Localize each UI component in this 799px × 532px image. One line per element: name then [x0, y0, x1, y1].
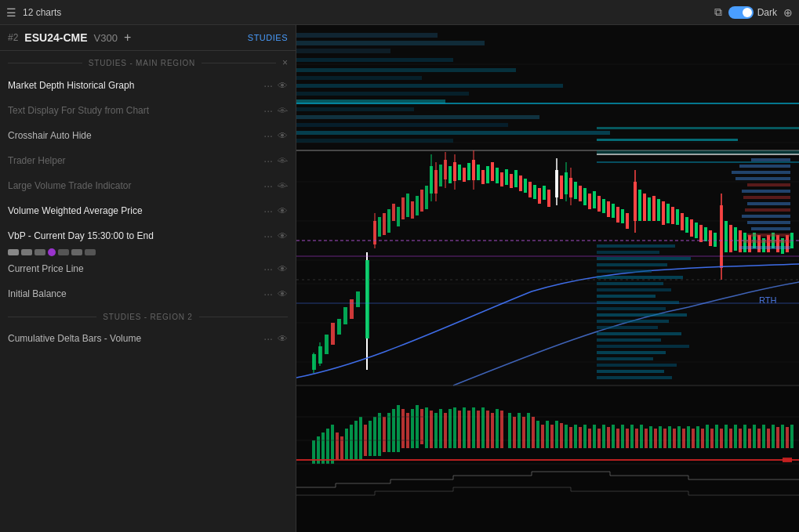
svg-rect-217: [569, 427, 572, 448]
toggle-switch[interactable]: [728, 6, 754, 19]
section-line-left: [8, 63, 82, 63]
vbp-dot-6: [71, 249, 82, 255]
study-eye-vwap[interactable]: 👁: [278, 205, 288, 217]
svg-rect-204: [508, 413, 511, 448]
svg-rect-124: [729, 225, 732, 252]
study-eye-cumulative-delta[interactable]: 👁: [278, 333, 288, 345]
main-layout: #2 ESU24-CME V300 + STUDIES STUDIES - MA…: [0, 25, 799, 532]
svg-rect-205: [513, 417, 516, 448]
study-eye-large-volume[interactable]: 👁: [278, 180, 288, 192]
add-study-button[interactable]: +: [124, 31, 131, 44]
svg-rect-38: [365, 260, 369, 338]
svg-rect-81: [543, 186, 546, 200]
study-options-vwap[interactable]: ···: [263, 204, 273, 217]
copy-icon[interactable]: ⧉: [714, 5, 722, 19]
chart-symbol[interactable]: ESU24-CME: [24, 31, 87, 44]
svg-rect-222: [593, 425, 596, 448]
study-item-crosshair[interactable]: Crosshair Auto Hide ··· 👁: [0, 123, 296, 148]
vbp-dot-3: [35, 249, 45, 255]
svg-rect-146: [742, 190, 790, 193]
svg-rect-175: [392, 409, 395, 452]
study-eye-trader-helper[interactable]: 👁: [278, 155, 288, 167]
svg-rect-288: [597, 370, 664, 373]
svg-rect-198: [477, 411, 480, 448]
dark-mode-toggle[interactable]: Dark: [728, 6, 777, 19]
svg-rect-243: [692, 429, 695, 448]
svg-rect-226: [612, 425, 615, 448]
study-eye-vbp[interactable]: 👁: [278, 230, 288, 242]
svg-rect-90: [574, 182, 577, 199]
study-name-cumulative-delta: Cumulative Delta Bars - Volume: [8, 333, 263, 344]
svg-rect-189: [434, 413, 438, 448]
svg-rect-94: [593, 191, 596, 208]
svg-rect-187: [425, 407, 428, 448]
study-item-vwap[interactable]: Volume Weighted Average Price ··· 👁: [0, 198, 296, 223]
study-eye-text-display[interactable]: 👁: [278, 105, 288, 117]
pin-icon[interactable]: ⊕: [783, 6, 793, 19]
svg-rect-181: [420, 409, 423, 444]
study-item-trader-helper[interactable]: Trader Helper ··· 👁: [0, 148, 296, 173]
study-options-vbp[interactable]: ···: [263, 230, 273, 242]
study-item-vbp-container: VbP - Current Day 15:30:00 to End ··· 👁: [0, 223, 296, 256]
svg-rect-16: [296, 76, 422, 80]
study-item-initial-balance[interactable]: Initial Balance ··· 👁: [0, 281, 296, 306]
study-name-current-price: Current Price Line: [8, 263, 263, 274]
vbp-dot-5: [58, 249, 69, 255]
study-options-large-volume[interactable]: ···: [263, 179, 273, 192]
svg-rect-256: [753, 425, 756, 448]
svg-rect-284: [597, 345, 689, 348]
svg-rect-278: [597, 307, 666, 310]
study-item-large-volume[interactable]: Large Volume Trade Indicator ··· 👁: [0, 173, 296, 198]
study-options-cumulative-delta[interactable]: ···: [263, 332, 273, 345]
study-options-market-depth[interactable]: ···: [263, 79, 273, 92]
svg-rect-119: [709, 230, 712, 246]
study-item-current-price[interactable]: Current Price Line ··· 👁: [0, 256, 296, 281]
svg-rect-289: [597, 376, 672, 379]
svg-rect-35: [350, 299, 354, 319]
svg-rect-115: [690, 219, 693, 237]
hamburger-icon[interactable]: ☰: [6, 6, 16, 19]
study-options-current-price[interactable]: ···: [263, 262, 273, 275]
svg-rect-148: [747, 202, 790, 205]
study-item-vbp[interactable]: VbP - Current Day 15:30:00 to End ··· 👁: [0, 223, 296, 248]
svg-rect-150: [742, 215, 790, 218]
study-name-trader-helper: Trader Helper: [8, 155, 263, 166]
study-options-trader-helper[interactable]: ···: [263, 154, 273, 167]
study-name-initial-balance: Initial Balance: [8, 288, 263, 299]
study-item-cumulative-delta[interactable]: Cumulative Delta Bars - Volume ··· 👁: [0, 326, 296, 351]
svg-rect-123: [725, 221, 728, 252]
svg-rect-14: [296, 58, 453, 62]
chart-resolution[interactable]: V300: [94, 32, 118, 44]
svg-rect-21: [296, 115, 539, 119]
chart-area[interactable]: RTH: [296, 25, 799, 532]
svg-rect-13: [296, 49, 390, 53]
study-item-text-display[interactable]: Text Display For Study from Chart ··· 👁: [0, 98, 296, 123]
svg-rect-240: [677, 426, 681, 448]
svg-rect-170: [369, 421, 372, 456]
svg-rect-12: [296, 41, 485, 45]
svg-rect-246: [706, 425, 709, 448]
study-eye-initial-balance[interactable]: 👁: [278, 288, 288, 300]
svg-rect-196: [467, 411, 470, 448]
study-name-large-volume: Large Volume Trade Indicator: [8, 180, 263, 191]
svg-rect-130: [757, 235, 761, 252]
study-options-text-display[interactable]: ···: [263, 104, 273, 117]
section-close-icon[interactable]: ×: [282, 57, 288, 68]
study-item-market-depth[interactable]: Market Depth Historical Graph ··· 👁: [0, 73, 296, 98]
svg-rect-73: [505, 169, 508, 185]
svg-rect-105: [643, 194, 646, 221]
svg-rect-72: [500, 172, 503, 186]
studies-button[interactable]: STUDIES: [248, 33, 288, 42]
svg-rect-43: [387, 209, 390, 233]
svg-rect-250: [725, 425, 728, 448]
study-eye-current-price[interactable]: 👁: [278, 263, 288, 275]
svg-rect-74: [510, 174, 513, 188]
svg-rect-67: [477, 165, 480, 180]
study-options-initial-balance[interactable]: ···: [263, 288, 273, 300]
study-eye-crosshair[interactable]: 👁: [278, 130, 288, 142]
svg-rect-99: [616, 207, 619, 223]
svg-rect-223: [597, 429, 601, 448]
study-options-crosshair[interactable]: ···: [263, 129, 273, 142]
study-eye-market-depth[interactable]: 👁: [278, 80, 288, 92]
study-name-crosshair: Crosshair Auto Hide: [8, 130, 263, 141]
